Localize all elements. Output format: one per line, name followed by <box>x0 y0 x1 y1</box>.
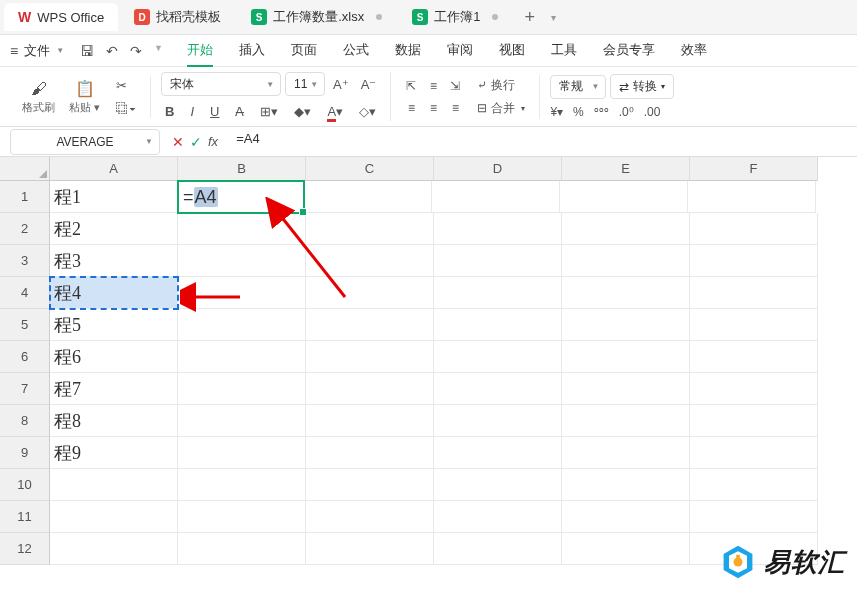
strikethrough-button[interactable]: A̶ <box>231 102 248 121</box>
cell[interactable] <box>690 405 818 437</box>
cell[interactable] <box>306 405 434 437</box>
border-button[interactable]: ⊞▾ <box>256 102 282 121</box>
cell[interactable] <box>306 437 434 469</box>
cell[interactable] <box>690 213 818 245</box>
cell[interactable] <box>434 437 562 469</box>
cell[interactable] <box>688 181 816 213</box>
cell-a2[interactable]: 程2 <box>50 213 178 245</box>
new-tab-button[interactable]: + <box>514 7 545 28</box>
cell[interactable] <box>178 277 306 309</box>
italic-button[interactable]: I <box>186 102 198 121</box>
formula-input[interactable]: =A4 <box>230 131 847 153</box>
cell[interactable] <box>562 501 690 533</box>
align-right-button[interactable]: ≡ <box>445 98 465 118</box>
paste-button[interactable]: 📋 粘贴 ▾ <box>63 77 106 117</box>
cell[interactable] <box>690 277 818 309</box>
doc-tab-template[interactable]: D 找稻壳模板 <box>120 2 235 32</box>
cell[interactable] <box>562 373 690 405</box>
select-all-corner[interactable] <box>0 157 50 181</box>
cell[interactable] <box>562 341 690 373</box>
cell[interactable] <box>690 373 818 405</box>
cell[interactable] <box>434 277 562 309</box>
align-left-button[interactable]: ≡ <box>401 98 421 118</box>
percent-button[interactable]: % <box>573 105 584 119</box>
cell[interactable] <box>562 277 690 309</box>
currency-button[interactable]: ¥▾ <box>550 105 563 119</box>
row-header[interactable]: 10 <box>0 469 50 501</box>
cell[interactable] <box>306 213 434 245</box>
cell[interactable] <box>306 277 434 309</box>
convert-button[interactable]: ⇄ 转换▾ <box>610 74 674 99</box>
doc-tab-file1[interactable]: S 工作簿数量.xlsx <box>237 2 396 32</box>
save-icon[interactable]: 🖫 <box>80 43 94 59</box>
cell[interactable] <box>50 501 178 533</box>
undo-icon[interactable]: ↶ <box>106 43 118 59</box>
cell[interactable] <box>690 245 818 277</box>
cell[interactable] <box>560 181 688 213</box>
cell[interactable] <box>562 309 690 341</box>
cell[interactable] <box>306 309 434 341</box>
cell-a3[interactable]: 程3 <box>50 245 178 277</box>
row-header[interactable]: 12 <box>0 533 50 565</box>
cell[interactable] <box>562 405 690 437</box>
row-header[interactable]: 2 <box>0 213 50 245</box>
cell[interactable] <box>178 213 306 245</box>
cell[interactable] <box>178 501 306 533</box>
cell[interactable] <box>434 501 562 533</box>
cell[interactable] <box>50 469 178 501</box>
cell[interactable] <box>304 181 432 213</box>
cell-a8[interactable]: 程8 <box>50 405 178 437</box>
cell[interactable] <box>432 181 560 213</box>
underline-button[interactable]: U <box>206 102 223 121</box>
cell[interactable] <box>306 341 434 373</box>
tab-data[interactable]: 数据 <box>395 35 421 67</box>
name-box[interactable]: AVERAGE ▼ <box>10 129 160 155</box>
cell[interactable] <box>562 213 690 245</box>
col-header-f[interactable]: F <box>690 157 818 181</box>
wrap-text-button[interactable]: ⤶ 换行 <box>473 75 529 96</box>
increase-decimal-button[interactable]: .00 <box>644 105 661 119</box>
row-header[interactable]: 6 <box>0 341 50 373</box>
cell[interactable] <box>562 437 690 469</box>
font-size-select[interactable]: 11 ▼ <box>285 72 325 96</box>
cut-button[interactable]: ✂ <box>112 76 140 95</box>
cell[interactable] <box>690 341 818 373</box>
cell-a6[interactable]: 程6 <box>50 341 178 373</box>
cell[interactable] <box>178 341 306 373</box>
cell-a9[interactable]: 程9 <box>50 437 178 469</box>
confirm-formula-button[interactable]: ✓ <box>190 134 202 150</box>
cell[interactable] <box>50 533 178 565</box>
bold-button[interactable]: B <box>161 102 178 121</box>
col-header-b[interactable]: B <box>178 157 306 181</box>
cell[interactable] <box>690 501 818 533</box>
row-header[interactable]: 9 <box>0 437 50 469</box>
fill-color-button[interactable]: ◆▾ <box>290 102 315 121</box>
tab-page[interactable]: 页面 <box>291 35 317 67</box>
cancel-formula-button[interactable]: ✕ <box>172 134 184 150</box>
quick-chevron-icon[interactable]: ▼ <box>154 43 163 59</box>
align-center-button[interactable]: ≡ <box>423 98 443 118</box>
clear-format-button[interactable]: ◇▾ <box>355 102 380 121</box>
decrease-font-button[interactable]: A⁻ <box>357 75 381 94</box>
increase-font-button[interactable]: A⁺ <box>329 75 353 94</box>
font-family-select[interactable]: 宋体 ▼ <box>161 72 281 96</box>
chevron-down-icon[interactable]: ▼ <box>56 46 64 55</box>
tab-home[interactable]: 开始 <box>187 35 213 67</box>
cell[interactable] <box>178 469 306 501</box>
cell[interactable] <box>562 245 690 277</box>
redo-icon[interactable]: ↷ <box>130 43 142 59</box>
row-header[interactable]: 5 <box>0 309 50 341</box>
cell[interactable] <box>434 533 562 565</box>
app-tab-wps[interactable]: W WPS Office <box>4 3 118 31</box>
cell[interactable] <box>178 373 306 405</box>
copy-button[interactable]: ⿻▾ <box>112 99 140 118</box>
tab-view[interactable]: 视图 <box>499 35 525 67</box>
row-header[interactable]: 3 <box>0 245 50 277</box>
cell[interactable] <box>178 533 306 565</box>
align-top-button[interactable]: ⇱ <box>401 76 421 96</box>
row-header[interactable]: 8 <box>0 405 50 437</box>
align-bottom-button[interactable]: ⇲ <box>445 76 465 96</box>
col-header-c[interactable]: C <box>306 157 434 181</box>
tab-member[interactable]: 会员专享 <box>603 35 655 67</box>
cell[interactable] <box>434 373 562 405</box>
